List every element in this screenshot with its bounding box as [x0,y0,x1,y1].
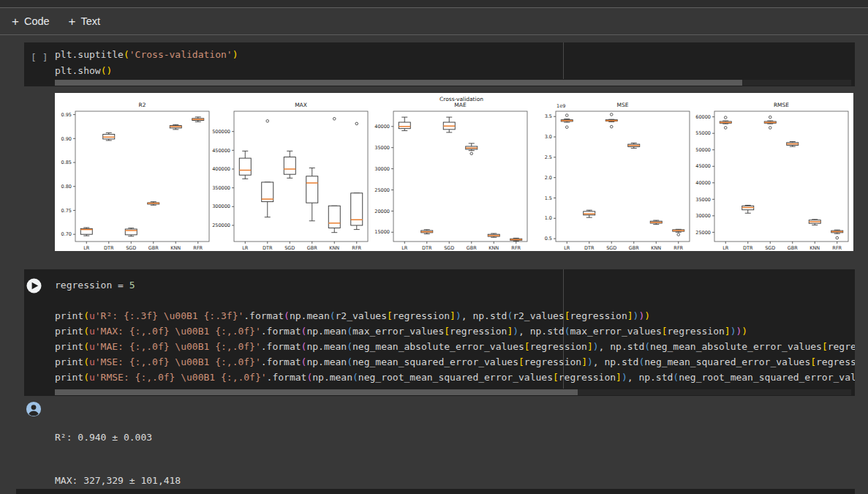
svg-text:MSE: MSE [617,102,629,108]
svg-text:20000: 20000 [374,209,390,214]
svg-text:LR: LR [242,245,249,251]
svg-text:MAE: MAE [454,102,467,108]
svg-text:GBR: GBR [629,245,639,251]
notebook-page: + Code + Text [ ] plt.suptitle('Cross-va… [0,0,868,494]
run-cell-button[interactable] [26,278,42,293]
svg-text:25000: 25000 [695,230,711,236]
horizontal-scrollbar[interactable] [55,80,851,86]
svg-text:30000: 30000 [374,166,390,172]
svg-text:KNN: KNN [329,245,339,251]
svg-text:30000: 30000 [695,213,711,219]
svg-text:25000: 25000 [374,187,390,193]
svg-text:50000: 50000 [695,147,711,153]
svg-text:350000: 350000 [212,185,230,191]
svg-text:1.5: 1.5 [545,195,552,201]
svg-text:1.0: 1.0 [545,215,552,221]
code-editor-2[interactable]: regression = 5 print(u'R²: {:.3f} \u00B1… [55,269,855,389]
svg-text:DTR: DTR [422,245,432,251]
svg-text:SGD: SGD [765,245,775,251]
svg-text:RFR: RFR [673,245,683,251]
svg-text:45000: 45000 [695,163,711,169]
svg-text:1e9: 1e9 [556,103,565,109]
svg-text:SGD: SGD [284,245,295,251]
svg-text:DTR: DTR [584,245,595,251]
svg-text:SGD: SGD [444,245,454,251]
svg-text:35000: 35000 [374,145,390,151]
svg-text:2.0: 2.0 [545,175,552,181]
output-line: MAX: 327,329 ± 101,418 [55,474,221,488]
svg-text:40000: 40000 [374,124,390,130]
scrollbar-thumb[interactable] [55,80,742,86]
svg-text:LR: LR [83,245,90,251]
svg-text:GBR: GBR [148,245,159,251]
svg-text:3.0: 3.0 [545,134,552,140]
cell-output-text: R²: 0.940 ± 0.003 MAX: 327,329 ± 101,418… [55,402,221,494]
add-code-label: Code [24,15,50,27]
svg-text:0.5: 0.5 [545,236,552,242]
svg-text:400000: 400000 [212,166,230,172]
svg-text:0.70: 0.70 [61,231,72,237]
add-text-button[interactable]: + Text [69,15,101,28]
user-avatar-icon [26,401,42,417]
svg-text:55000: 55000 [695,130,711,136]
code-editor-1[interactable]: plt.suptitle('Cross-validation')plt.show… [55,42,855,79]
svg-text:KNN: KNN [651,245,661,251]
svg-text:300000: 300000 [212,203,230,209]
svg-text:3.5: 3.5 [545,113,552,119]
svg-text:2.5: 2.5 [545,154,552,160]
notebook-toolbar: + Code + Text [0,8,868,35]
svg-text:0.95: 0.95 [61,112,72,118]
next-cell-partial[interactable] [16,489,855,494]
svg-text:LR: LR [401,245,408,251]
svg-text:0.90: 0.90 [61,136,72,142]
add-code-button[interactable]: + Code [12,15,50,28]
svg-text:DTR: DTR [743,245,753,251]
execution-indicator[interactable]: [ ] [31,52,48,63]
svg-text:RFR: RFR [511,245,521,251]
svg-text:60000: 60000 [695,114,711,120]
svg-text:35000: 35000 [695,197,711,203]
svg-text:15000: 15000 [374,229,390,235]
svg-text:RMSE: RMSE [774,102,789,108]
code-cell-1: [ ] plt.suptitle('Cross-validation')plt.… [24,42,855,86]
svg-text:KNN: KNN [809,245,820,251]
svg-text:0.85: 0.85 [61,160,72,165]
top-band [0,0,868,8]
svg-text:0.75: 0.75 [61,208,72,214]
svg-text:DTR: DTR [263,245,273,251]
svg-text:0.80: 0.80 [61,184,72,190]
svg-text:500000: 500000 [212,129,230,135]
svg-text:KNN: KNN [170,245,181,251]
plus-icon: + [12,15,19,28]
svg-text:RFR: RFR [832,245,842,251]
svg-text:KNN: KNN [488,245,499,251]
svg-text:MAX: MAX [295,102,307,108]
svg-text:RFR: RFR [352,245,361,251]
scrollbar-thumb[interactable] [55,389,578,395]
horizontal-scrollbar[interactable] [55,389,851,395]
svg-text:R2: R2 [139,102,146,108]
svg-text:LR: LR [722,245,729,251]
svg-text:450000: 450000 [212,148,230,154]
plus-icon: + [69,15,76,28]
svg-text:40000: 40000 [695,180,711,186]
svg-text:GBR: GBR [307,245,317,251]
svg-text:SGD: SGD [126,245,136,251]
cross-validation-figure-output: Cross-validationR20.700.750.800.850.900.… [55,93,853,251]
svg-text:SGD: SGD [606,245,616,251]
output-line: R²: 0.940 ± 0.003 [55,430,221,445]
svg-text:DTR: DTR [104,245,114,251]
svg-text:RFR: RFR [193,245,203,251]
svg-text:250000: 250000 [212,222,230,228]
svg-text:LR: LR [564,245,570,251]
code-cell-2: regression = 5 print(u'R²: {:.3f} \u00B1… [24,269,855,396]
svg-text:GBR: GBR [788,245,798,251]
add-text-label: Text [81,15,101,27]
svg-text:GBR: GBR [467,245,477,251]
